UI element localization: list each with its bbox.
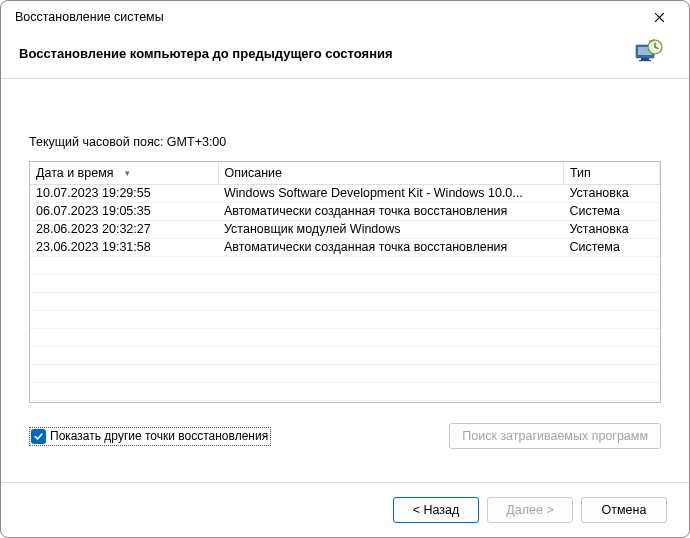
show-more-checkbox[interactable]: Показать другие точки восстановления <box>29 427 271 446</box>
scan-affected-button[interactable]: Поиск затрагиваемых программ <box>449 423 661 449</box>
titlebar: Восстановление системы <box>1 1 689 33</box>
restore-points-table: Дата и время ▾ Описание Тип 10.07.2023 1… <box>29 161 661 403</box>
svg-rect-2 <box>641 58 649 60</box>
back-button[interactable]: < Назад <box>393 497 479 523</box>
table-row[interactable]: 28.06.2023 20:32:27 Установщик модулей W… <box>30 220 660 238</box>
wizard-footer: < Назад Далее > Отмена <box>1 482 689 537</box>
content-area: Текущий часовой пояс: GMT+3:00 Дата и вр… <box>1 79 689 449</box>
system-restore-icon <box>633 39 663 68</box>
close-button[interactable] <box>637 2 681 32</box>
table-row <box>30 346 660 364</box>
table-row <box>30 382 660 400</box>
sort-desc-icon: ▾ <box>125 168 130 178</box>
table-row <box>30 364 660 382</box>
column-header-datetime[interactable]: Дата и время ▾ <box>30 162 218 184</box>
column-header-type[interactable]: Тип <box>564 162 660 184</box>
checkbox-checked-icon <box>31 429 46 444</box>
table-row <box>30 256 660 274</box>
table-row[interactable]: 06.07.2023 19:05:35 Автоматически создан… <box>30 202 660 220</box>
close-icon <box>654 12 665 23</box>
options-row: Показать другие точки восстановления Пои… <box>29 423 661 449</box>
show-more-label: Показать другие точки восстановления <box>50 429 268 443</box>
next-button[interactable]: Далее > <box>487 497 573 523</box>
timezone-label: Текущий часовой пояс: GMT+3:00 <box>29 135 661 149</box>
table-row <box>30 274 660 292</box>
wizard-header: Восстановление компьютера до предыдущего… <box>1 33 689 79</box>
table-row <box>30 310 660 328</box>
table-row[interactable]: 23.06.2023 19:31:58 Автоматически создан… <box>30 238 660 256</box>
svg-rect-3 <box>639 60 651 61</box>
table-header-row: Дата и время ▾ Описание Тип <box>30 162 660 184</box>
table-row <box>30 292 660 310</box>
table-row <box>30 328 660 346</box>
table-row[interactable]: 10.07.2023 19:29:55 Windows Software Dev… <box>30 184 660 202</box>
column-header-description[interactable]: Описание <box>218 162 564 184</box>
window-title: Восстановление системы <box>15 10 164 24</box>
cancel-button[interactable]: Отмена <box>581 497 667 523</box>
wizard-heading: Восстановление компьютера до предыдущего… <box>19 46 393 61</box>
